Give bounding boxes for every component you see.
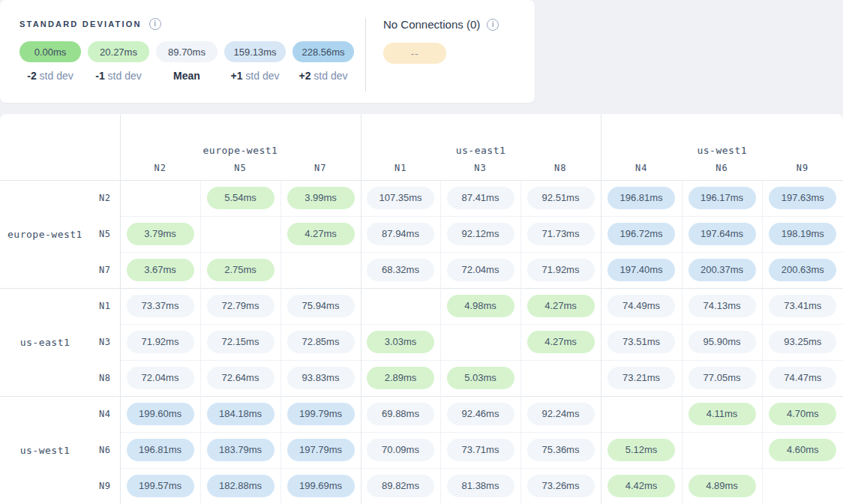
latency-pill[interactable]: 196.81ms xyxy=(608,187,675,209)
latency-pill[interactable]: 196.81ms xyxy=(127,439,194,461)
latency-pill[interactable]: 4.27ms xyxy=(287,223,355,245)
latency-pill[interactable]: 69.88ms xyxy=(367,403,434,425)
latency-pill[interactable]: 4.11ms xyxy=(688,403,756,425)
latency-cell xyxy=(440,324,520,360)
row-node-label: N5 xyxy=(90,216,120,252)
column-region-header: europe-west1 xyxy=(120,114,361,156)
latency-pill[interactable]: 199.69ms xyxy=(287,475,355,497)
latency-pill[interactable]: 197.40ms xyxy=(608,259,675,281)
latency-pill[interactable]: 5.54ms xyxy=(207,187,274,209)
latency-cell: 87.94ms xyxy=(361,216,440,252)
latency-pill[interactable]: 71.92ms xyxy=(527,259,595,281)
latency-pill[interactable]: 3.99ms xyxy=(287,187,355,209)
column-region-header: us-west1 xyxy=(601,114,843,156)
column-node-header: N9 xyxy=(762,156,843,180)
latency-pill[interactable]: 4.27ms xyxy=(527,295,595,317)
latency-pill[interactable]: 73.21ms xyxy=(608,367,675,389)
latency-pill[interactable]: 197.64ms xyxy=(688,223,756,245)
latency-pill[interactable]: 4.42ms xyxy=(608,475,675,497)
legend-pill-label: -2 std dev xyxy=(20,70,81,82)
latency-cell: 72.04ms xyxy=(440,252,520,288)
latency-pill[interactable]: 184.18ms xyxy=(207,403,274,425)
latency-pill[interactable]: 71.73ms xyxy=(527,223,595,245)
latency-pill[interactable]: 2.89ms xyxy=(367,367,434,389)
latency-pill[interactable]: 2.75ms xyxy=(207,259,274,281)
latency-pill[interactable]: 72.15ms xyxy=(207,331,274,353)
latency-pill[interactable]: 74.47ms xyxy=(769,367,836,389)
latency-pill[interactable]: 197.79ms xyxy=(287,439,355,461)
latency-cell: 199.60ms xyxy=(120,396,200,432)
latency-pill[interactable]: 72.04ms xyxy=(447,259,514,281)
latency-pill[interactable]: 4.27ms xyxy=(527,331,595,353)
latency-cell: 197.63ms xyxy=(762,180,843,216)
latency-pill[interactable]: 107.35ms xyxy=(367,187,434,209)
info-icon[interactable]: i xyxy=(149,18,161,30)
latency-cell: 5.12ms xyxy=(601,432,682,468)
latency-pill[interactable]: 197.63ms xyxy=(769,187,836,209)
latency-cell: 93.83ms xyxy=(280,360,361,396)
legend-pill-label: Mean xyxy=(156,70,218,82)
latency-pill[interactable]: 73.51ms xyxy=(608,331,675,353)
latency-pill[interactable]: 5.12ms xyxy=(608,439,675,461)
latency-cell: 73.51ms xyxy=(601,324,682,360)
latency-pill[interactable]: 73.41ms xyxy=(769,295,836,317)
latency-pill[interactable]: 199.57ms xyxy=(127,475,194,497)
latency-cell: 199.79ms xyxy=(280,396,361,432)
latency-cell: 4.27ms xyxy=(520,324,601,360)
latency-pill[interactable]: 196.72ms xyxy=(608,223,675,245)
latency-pill[interactable]: 72.85ms xyxy=(287,331,355,353)
latency-pill[interactable]: 196.17ms xyxy=(688,187,756,209)
latency-cell: 70.09ms xyxy=(361,432,440,468)
latency-pill[interactable]: 95.90ms xyxy=(688,331,756,353)
latency-pill[interactable]: 70.09ms xyxy=(367,439,434,461)
latency-pill[interactable]: 73.71ms xyxy=(447,439,514,461)
latency-pill[interactable]: 3.03ms xyxy=(367,331,434,353)
latency-pill[interactable]: 4.98ms xyxy=(447,295,514,317)
info-icon[interactable]: i xyxy=(487,19,499,31)
latency-cell: 4.89ms xyxy=(682,468,762,504)
latency-pill[interactable]: 198.19ms xyxy=(769,223,836,245)
latency-pill[interactable]: 75.36ms xyxy=(527,439,595,461)
latency-pill[interactable]: 92.24ms xyxy=(527,403,595,425)
latency-pill[interactable]: 3.67ms xyxy=(127,259,194,281)
latency-pill[interactable]: 92.12ms xyxy=(447,223,514,245)
latency-cell: 198.19ms xyxy=(762,216,843,252)
latency-pill[interactable]: 72.64ms xyxy=(207,367,274,389)
latency-pill[interactable]: 74.13ms xyxy=(688,295,756,317)
latency-pill[interactable]: 199.60ms xyxy=(127,403,194,425)
latency-pill[interactable]: 199.79ms xyxy=(287,403,355,425)
latency-pill[interactable]: 4.70ms xyxy=(769,403,836,425)
latency-pill[interactable]: 5.03ms xyxy=(447,367,514,389)
latency-pill[interactable]: 72.79ms xyxy=(207,295,274,317)
latency-pill[interactable]: 72.04ms xyxy=(127,367,194,389)
latency-pill[interactable]: 89.82ms xyxy=(367,475,434,497)
latency-pill[interactable]: 200.37ms xyxy=(688,259,756,281)
latency-pill[interactable]: 71.92ms xyxy=(127,331,194,353)
latency-pill[interactable]: 93.83ms xyxy=(287,367,355,389)
latency-pill[interactable]: 75.94ms xyxy=(287,295,355,317)
latency-pill[interactable]: 183.79ms xyxy=(207,439,274,461)
row-region-label: us-east1 xyxy=(0,288,90,396)
latency-pill[interactable]: 4.60ms xyxy=(769,439,836,461)
latency-pill[interactable]: 3.79ms xyxy=(127,223,194,245)
latency-pill[interactable]: 77.05ms xyxy=(688,367,756,389)
latency-pill[interactable]: 93.25ms xyxy=(769,331,836,353)
legend-pill-row: 0.00ms20.27ms89.70ms159.13ms228.56ms xyxy=(20,41,354,62)
latency-pill[interactable]: 81.38ms xyxy=(447,475,514,497)
latency-cell: 4.60ms xyxy=(762,432,843,468)
latency-pill[interactable]: 200.63ms xyxy=(769,259,836,281)
latency-pill[interactable]: 68.32ms xyxy=(367,259,434,281)
latency-pill[interactable]: 87.94ms xyxy=(367,223,434,245)
latency-pill[interactable]: 87.41ms xyxy=(447,187,514,209)
latency-pill[interactable]: 4.89ms xyxy=(688,475,756,497)
latency-cell: 92.24ms xyxy=(520,396,601,432)
latency-pill[interactable]: 73.37ms xyxy=(127,295,194,317)
latency-cell: 196.81ms xyxy=(120,432,200,468)
latency-cell: 107.35ms xyxy=(361,180,440,216)
latency-pill[interactable]: 92.46ms xyxy=(447,403,514,425)
latency-cell: 196.17ms xyxy=(682,180,762,216)
latency-pill[interactable]: 74.49ms xyxy=(608,295,675,317)
latency-pill[interactable]: 73.26ms xyxy=(527,475,595,497)
latency-pill[interactable]: 182.88ms xyxy=(207,475,274,497)
latency-pill[interactable]: 92.51ms xyxy=(527,187,595,209)
